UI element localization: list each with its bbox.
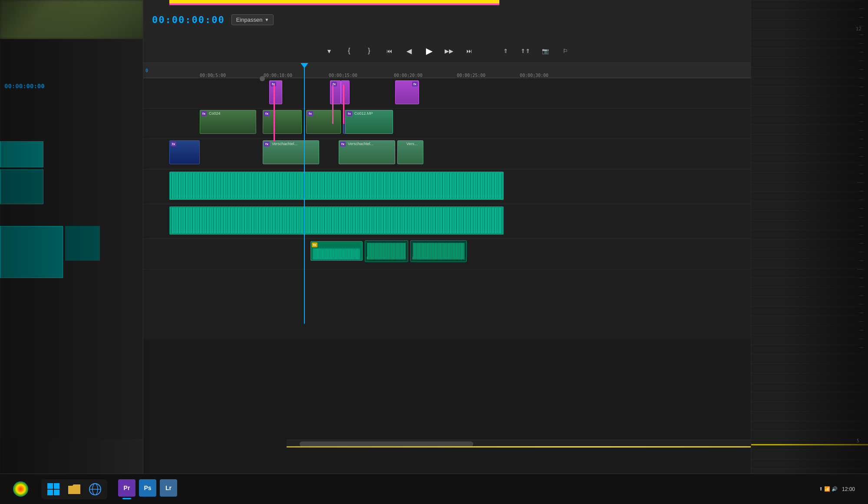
extract-button[interactable]: ⇑⇑ <box>519 45 531 57</box>
right-panel-bottom-number: 5 <box>857 438 859 443</box>
track-row-1: fx fx fx <box>143 78 751 109</box>
taskbar-app-folder[interactable] <box>66 481 83 498</box>
timecode-display: 00:00:00:00 <box>152 14 225 25</box>
clip-label-co012: Co012.MP <box>354 111 373 116</box>
controls-bar: ▾ { } ⏮ ◀ ▶ ▶▶ ⏭ ⇑ ⇑⇑ 📷 ⚐ <box>143 39 751 63</box>
fx-badge-green3: fx <box>307 111 313 116</box>
timeline-tracks[interactable]: fx fx fx fx Co024 fx <box>143 78 751 339</box>
pink-marker-3 <box>343 85 344 124</box>
clip-label-v1: Verschachtel... <box>272 142 297 146</box>
preview-thumbnail <box>0 0 143 39</box>
marker-button[interactable]: ▾ <box>323 45 335 57</box>
audio-waveform-main-2[interactable] <box>169 206 504 235</box>
lift-button[interactable]: ⇑ <box>499 45 512 57</box>
svg-rect-43 <box>54 490 59 495</box>
clip-green-co024[interactable]: fx Co024 <box>200 110 256 134</box>
clip-purple-3[interactable] <box>341 80 350 104</box>
ruler-line-20 <box>408 74 409 78</box>
clip-purple-4[interactable]: fx <box>395 80 419 104</box>
left-controls-panel: 00:00:00:00 <box>0 39 143 439</box>
clip-label-co024: Co024 <box>209 111 221 116</box>
scroll-indicator <box>260 76 265 81</box>
premiere-active-indicator <box>122 498 131 499</box>
taskbar-pinned-apps <box>41 479 107 499</box>
svg-rect-40 <box>47 483 53 489</box>
audio-clip-fx-1[interactable]: fx <box>310 241 363 261</box>
clip-blue-left[interactable]: fx <box>169 140 200 164</box>
audio-track-row-3: fx fx K.1 K.1 <box>143 239 751 269</box>
left-cyan-block-3[interactable] <box>0 226 63 278</box>
audio-clip-k1-2[interactable]: K.1 <box>410 240 467 262</box>
premiere-label: Pr <box>124 484 130 491</box>
left-cyan-block-2[interactable] <box>0 169 43 204</box>
premiere-app-icon[interactable]: Pr <box>118 479 135 497</box>
fx-badge-audio1: fx <box>312 242 317 247</box>
playhead-line <box>304 63 305 324</box>
clip-purple-2[interactable]: fx <box>330 80 341 104</box>
fx-badge-v1: fx <box>264 142 270 146</box>
system-clock: 12:00 <box>842 486 855 492</box>
go-to-in-button[interactable]: ⏮ <box>383 45 395 57</box>
audio-track-row-1 <box>143 169 751 204</box>
app-icon-svg-1 <box>46 482 60 496</box>
taskbar: Pr Ps Lr ⬆ 📶 🔊 12:00 <box>0 474 868 504</box>
rewind-button[interactable]: ◀ <box>403 45 415 57</box>
k1-waveform <box>367 243 406 259</box>
fit-label: Einpassen <box>236 17 263 23</box>
fx-badge-green2: fx <box>264 111 270 116</box>
waveform-display-1 <box>169 172 504 200</box>
taskbar-active-apps: Pr Ps Lr <box>118 479 177 499</box>
clip-verschachtelt-3[interactable]: Vers... <box>397 140 423 164</box>
right-panel-content: 12 5 <box>751 0 868 478</box>
go-to-out-button[interactable]: ⏭ <box>463 45 475 57</box>
fx-badge-4: fx <box>412 82 418 86</box>
bracket-out-button[interactable]: } <box>363 45 375 57</box>
left-cyan-block-4[interactable] <box>65 226 100 261</box>
taskbar-app-1[interactable] <box>45 481 62 498</box>
audio-waveform-main-1[interactable] <box>169 172 504 200</box>
clip-co012[interactable]: fx Co012.MP <box>345 110 393 134</box>
audio-track-row-2 <box>143 204 751 239</box>
taskbar-system-icons <box>13 481 28 497</box>
markers-button[interactable]: ⚐ <box>559 45 571 57</box>
timeline-ruler: 0 00:00:5:00 00:00:10:00 00:00:15:00 00:… <box>143 63 751 78</box>
fit-dropdown[interactable]: Einpassen ▼ <box>231 14 274 25</box>
left-timecode-display: 00:00:00:00 <box>4 83 45 90</box>
play-button[interactable]: ▶ <box>423 45 435 57</box>
bracket-in-button[interactable]: { <box>343 45 355 57</box>
ruler-line-30 <box>534 74 535 78</box>
pink-marker-1 <box>274 85 275 141</box>
system-tray-icons: ⬆ 📶 🔊 <box>819 486 838 492</box>
right-panel-timecode: 12 <box>856 26 861 32</box>
audio-clip-k1-1[interactable]: K.1 <box>365 240 408 262</box>
clip-green-3[interactable]: fx <box>306 110 341 134</box>
lightroom-app-icon[interactable]: Lr <box>160 479 177 497</box>
small-waveform-1 <box>313 249 360 259</box>
taskbar-premiere[interactable]: Pr <box>118 479 135 499</box>
taskbar-photoshop[interactable]: Ps <box>139 479 156 499</box>
ruler-start: 0 <box>143 68 150 73</box>
svg-rect-42 <box>47 490 53 495</box>
taskbar-app-browser[interactable] <box>86 481 104 498</box>
right-panel-yellow-line <box>751 444 868 445</box>
clip-green-2[interactable]: fx <box>263 110 302 134</box>
dropdown-arrow-icon: ▼ <box>264 17 269 22</box>
fx-badge-bl: fx <box>171 142 176 146</box>
photoshop-app-icon[interactable]: Ps <box>139 479 156 497</box>
clip-verschachtelt-1[interactable]: fx Verschachtel... <box>263 140 319 164</box>
start-icon[interactable] <box>13 481 28 497</box>
fast-forward-button[interactable]: ▶▶ <box>443 45 455 57</box>
fx-badge-v2: fx <box>340 142 346 146</box>
clip-purple-1[interactable]: fx <box>269 80 282 104</box>
fx-badge-co012: fx <box>347 111 352 116</box>
left-cyan-block-1[interactable] <box>0 141 43 167</box>
track-row-2: fx Co024 fx fx fx Co012.MP <box>143 109 751 139</box>
lightroom-indicator <box>164 498 173 499</box>
export-frame-button[interactable]: 📷 <box>539 45 551 57</box>
clip-label-v3: Vers... <box>406 142 418 146</box>
taskbar-lightroom[interactable]: Lr <box>160 479 177 499</box>
pink-marker-2 <box>332 85 333 124</box>
clip-verschachtelt-2[interactable]: fx Verschachtel... <box>339 140 395 164</box>
lightroom-label: Lr <box>165 484 172 491</box>
waveform-inner-1 <box>171 173 502 199</box>
